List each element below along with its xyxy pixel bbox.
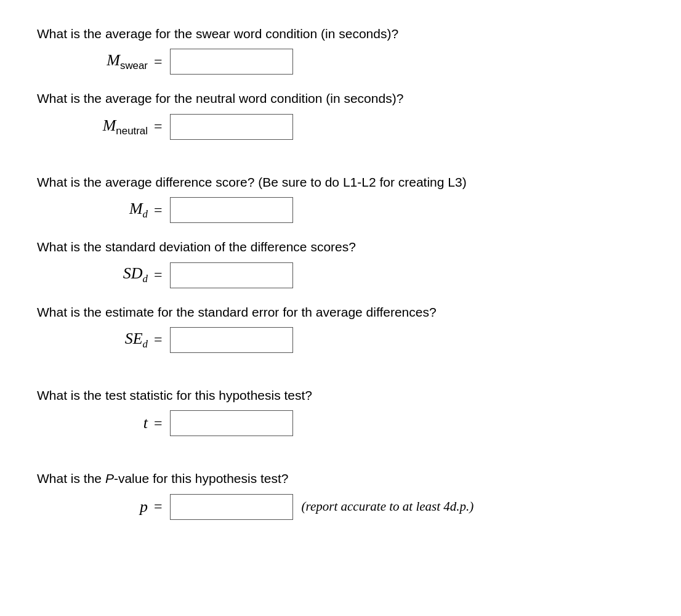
question-4: What is the standard deviation of the di…: [37, 238, 644, 288]
question-6: What is the test statistic for this hypo…: [37, 386, 644, 436]
q2-text: What is the average for the neutral word…: [37, 89, 644, 107]
question-7: What is the P-value for this hypothesis …: [37, 469, 644, 519]
q4-input[interactable]: [170, 262, 293, 288]
q6-equals: =: [154, 415, 163, 432]
q4-formula-row: SDd =: [86, 262, 644, 288]
q1-formula-label: Mswear: [86, 51, 148, 72]
question-1: What is the average for the swear word c…: [37, 25, 644, 75]
question-3: What is the average difference score? (B…: [37, 173, 644, 223]
q1-input[interactable]: [170, 49, 293, 75]
q3-formula-label: Md: [86, 200, 148, 221]
q3-text: What is the average difference score? (B…: [37, 173, 644, 191]
q4-formula-label: SDd: [86, 264, 148, 285]
q7-formula-row: p = (report accurate to at least 4d.p.): [86, 494, 644, 520]
q6-text: What is the test statistic for this hypo…: [37, 386, 644, 404]
question-2: What is the average for the neutral word…: [37, 89, 644, 139]
spacer-1: [37, 155, 644, 173]
q3-equals: =: [154, 202, 163, 219]
q1-text: What is the average for the swear word c…: [37, 25, 644, 43]
q7-text: What is the P-value for this hypothesis …: [37, 469, 644, 487]
q3-formula-row: Md =: [86, 197, 644, 223]
q2-formula-label: Mneutral: [86, 116, 148, 137]
q4-text: What is the standard deviation of the di…: [37, 238, 644, 256]
q3-input[interactable]: [170, 197, 293, 223]
q1-formula-row: Mswear =: [86, 49, 644, 75]
q4-equals: =: [154, 267, 163, 283]
q6-input[interactable]: [170, 410, 293, 436]
q1-equals: =: [154, 54, 163, 70]
spacer-3: [37, 451, 644, 469]
q7-formula-label: p: [86, 498, 148, 516]
spacer-2: [37, 368, 644, 386]
q5-equals: =: [154, 331, 163, 348]
q5-text: What is the estimate for the standard er…: [37, 303, 644, 321]
q7-equals: =: [154, 498, 163, 515]
question-5: What is the estimate for the standard er…: [37, 303, 644, 353]
q7-note: (report accurate to at least 4d.p.): [302, 499, 474, 514]
q7-input[interactable]: [170, 494, 293, 520]
q5-input[interactable]: [170, 327, 293, 353]
q2-formula-row: Mneutral =: [86, 114, 644, 140]
q2-equals: =: [154, 118, 163, 135]
q2-input[interactable]: [170, 114, 293, 140]
q5-formula-row: SEd =: [86, 327, 644, 353]
q6-formula-label: t: [86, 414, 148, 432]
q6-formula-row: t =: [86, 410, 644, 436]
q5-formula-label: SEd: [86, 330, 148, 351]
